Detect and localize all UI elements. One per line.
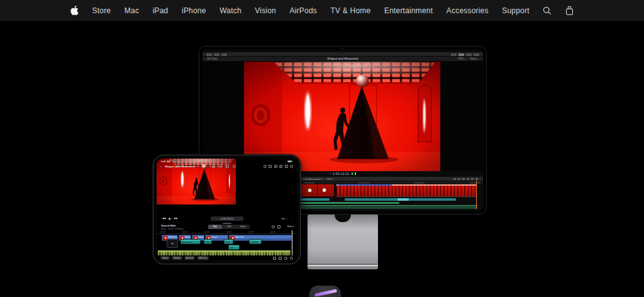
bottom-toolbar-icons xyxy=(273,257,293,260)
solo-icon[interactable] xyxy=(462,178,465,180)
global-nav: Store Mac iPad iPhone Watch Vision AirPo… xyxy=(0,0,644,21)
title-clip[interactable]: Basic Lower xyxy=(180,239,201,244)
nav-item-vision[interactable]: Vision xyxy=(255,6,276,15)
bag-icon[interactable] xyxy=(565,6,574,16)
options-icon[interactable] xyxy=(233,165,236,168)
snapping-icon[interactable] xyxy=(458,178,460,180)
keyword-editor-button[interactable] xyxy=(214,53,219,56)
audio-meter-left xyxy=(352,172,353,175)
skimming-icon[interactable] xyxy=(453,178,456,180)
skip-back-icon[interactable]: ◀◀ xyxy=(162,217,166,220)
status-time: 9:41 AM Tue Apr 1 xyxy=(161,160,183,163)
snap-icon[interactable] xyxy=(277,225,280,228)
inspector-icon[interactable] xyxy=(285,165,288,168)
title-clip[interactable]: Glow xyxy=(204,239,212,244)
clip-appearance-icon[interactable] xyxy=(471,178,474,180)
undo-icon[interactable] xyxy=(284,257,287,260)
hero-section: All Clips Shapes and Movement 47% ∨ View… xyxy=(0,21,644,297)
nav-item-airpods[interactable]: AirPods xyxy=(290,6,317,15)
nav-item-iphone[interactable]: iPhone xyxy=(182,6,206,15)
jog-wheel-icon[interactable] xyxy=(264,165,267,168)
audio-lanes-icon[interactable] xyxy=(467,178,469,180)
playhead[interactable] xyxy=(292,230,292,255)
import-media-button[interactable] xyxy=(206,53,212,56)
chevron-down-icon: ∨ xyxy=(464,58,466,60)
rotate-icon[interactable] xyxy=(219,165,222,168)
timeline-header-icons xyxy=(453,178,478,180)
audio-track[interactable] xyxy=(158,250,291,255)
more-button[interactable]: … xyxy=(290,217,292,220)
viewer-toggle-icon[interactable] xyxy=(274,165,277,168)
nav-item-accessories[interactable]: Accessories xyxy=(447,6,489,15)
background-tasks-button[interactable] xyxy=(221,53,227,56)
back-button[interactable]: ‹ xyxy=(160,164,162,169)
ipad-toolbar: ‹ Shapes And Movement ∨ xyxy=(157,164,297,169)
project-title-popup[interactable]: Shapes And Movement ∨ xyxy=(165,165,197,168)
timeline-index-icon[interactable] xyxy=(475,178,478,180)
segment-edit[interactable]: Edit xyxy=(208,225,222,229)
help-icon[interactable] xyxy=(290,165,293,168)
ipad: 9:41 AM Tue Apr 1 ‹ Shapes And Movement … xyxy=(153,155,301,264)
volume-button[interactable]: Volume xyxy=(172,256,182,260)
browser-icon[interactable] xyxy=(269,165,272,168)
final-cut-pro-app-icon xyxy=(309,286,341,297)
transport-right: HD ∨ … xyxy=(282,217,292,220)
nav-item-entertainment[interactable]: Entertainment xyxy=(384,6,433,15)
nav-item-store[interactable]: Store xyxy=(92,6,111,15)
multicam-button[interactable]: Multicam xyxy=(197,256,209,260)
ipad-status-bar: 9:41 AM Tue Apr 1 xyxy=(157,159,297,164)
mic-icon[interactable] xyxy=(226,165,229,168)
segment-trim[interactable]: Trim xyxy=(222,225,236,229)
visibility-icon[interactable] xyxy=(272,225,275,228)
animate-button[interactable]: Animate xyxy=(184,256,196,260)
nav-item-ipad[interactable]: iPad xyxy=(153,6,169,15)
gap-clip[interactable] xyxy=(167,239,178,248)
fcp-icon-slash xyxy=(314,289,337,296)
music-track[interactable] xyxy=(299,205,477,209)
timeline-toggle-button[interactable] xyxy=(458,53,464,56)
apple-logo-icon[interactable] xyxy=(70,6,79,15)
title-clip[interactable]: Drift xyxy=(224,239,233,244)
audio-meter-right xyxy=(355,172,356,175)
transport-left: ◀◀ ▶ ▶▶ xyxy=(162,217,178,220)
chevron-down-icon: ∨ xyxy=(322,178,324,181)
play-icon[interactable]: ◂ xyxy=(330,172,331,175)
timeline-zoom-popup[interactable]: 50% ∨ xyxy=(326,177,334,181)
audio-clip[interactable] xyxy=(299,198,330,201)
viewer-zoom-popup[interactable]: 47% ∨ xyxy=(458,57,466,60)
toolbar-center-icons xyxy=(212,165,236,168)
play-icon[interactable]: ▶ xyxy=(169,217,172,220)
timeline-toggle-icon[interactable] xyxy=(279,165,282,168)
viewer-options: 47% ∨ View ∨ xyxy=(458,57,479,60)
toolbar-right-icons xyxy=(264,165,294,168)
video-clip[interactable] xyxy=(336,184,477,197)
browser-toggle-button[interactable] xyxy=(451,53,457,56)
title-clip[interactable]: Line xyxy=(228,245,240,250)
audio-clip[interactable] xyxy=(299,202,399,204)
nav-item-support[interactable]: Support xyxy=(502,6,529,15)
inspector-toggle-button[interactable] xyxy=(466,53,472,56)
chevron-down-icon: ∨ xyxy=(333,178,335,181)
mode-segmented-control: Edit Trim View xyxy=(208,225,250,229)
title-clip[interactable]: Gradient xyxy=(249,239,262,244)
redo-icon[interactable] xyxy=(290,257,293,260)
viewer-view-popup[interactable]: View ∨ xyxy=(470,57,479,60)
share-icon[interactable] xyxy=(212,165,215,168)
audio-clip[interactable] xyxy=(345,198,456,201)
snapshot-icon[interactable] xyxy=(279,257,282,260)
trash-icon[interactable] xyxy=(273,257,276,260)
timecode-display: 1:00:13:21 xyxy=(211,216,243,221)
quality-popup[interactable]: HD ∨ xyxy=(282,217,287,220)
segment-view[interactable]: View xyxy=(236,225,250,229)
battery-icon xyxy=(287,160,292,163)
select-button[interactable]: Select xyxy=(287,225,294,228)
import-button[interactable]: Import xyxy=(160,256,170,260)
nav-item-mac[interactable]: Mac xyxy=(125,6,139,15)
index-toggle-button[interactable] xyxy=(474,53,479,56)
search-icon[interactable] xyxy=(543,6,552,15)
nav-item-tv-home[interactable]: TV & Home xyxy=(331,6,371,15)
skip-forward-icon[interactable]: ▶▶ xyxy=(174,217,178,220)
playhead[interactable] xyxy=(476,181,477,209)
nav-item-watch[interactable]: Watch xyxy=(219,6,242,15)
video-clip[interactable] xyxy=(299,184,335,197)
